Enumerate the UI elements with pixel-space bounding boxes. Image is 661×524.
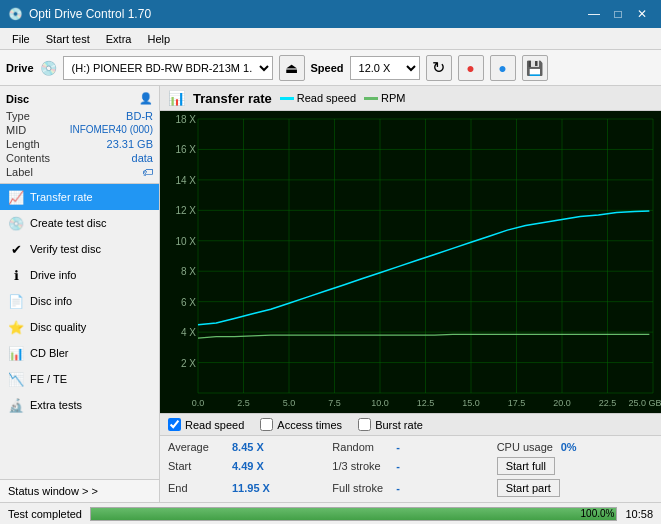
- start-value: 4.49 X: [232, 460, 272, 472]
- read-speed-checkbox-label[interactable]: Read speed: [168, 418, 244, 431]
- drive-info-icon: ℹ: [8, 267, 24, 283]
- contents-label: Contents: [6, 152, 50, 164]
- maximize-button[interactable]: □: [607, 3, 629, 25]
- cpu-label: CPU usage: [497, 441, 557, 453]
- menu-help[interactable]: Help: [139, 28, 178, 49]
- access-times-checkbox-label[interactable]: Access times: [260, 418, 342, 431]
- disc-info-icon: 📄: [8, 293, 24, 309]
- nav-extra-tests[interactable]: 🔬 Extra tests: [0, 392, 159, 418]
- btn-blue[interactable]: ●: [490, 55, 516, 81]
- full-stroke-label: Full stroke: [332, 482, 392, 494]
- minimize-button[interactable]: —: [583, 3, 605, 25]
- transfer-rate-icon: 📈: [8, 189, 24, 205]
- nav-verify-test-disc[interactable]: ✔ Verify test disc: [0, 236, 159, 262]
- nav-fe-te-label: FE / TE: [30, 373, 67, 385]
- random-value: -: [396, 441, 436, 453]
- label-label: Label: [6, 166, 33, 178]
- chart-area: 📊 Transfer rate Read speed RPM Read spee…: [160, 86, 661, 502]
- drive-label: Drive: [6, 62, 34, 74]
- disc-label-row: Label 🏷: [4, 165, 155, 179]
- read-speed-checkbox[interactable]: [168, 418, 181, 431]
- legend-read-speed-color: [280, 97, 294, 100]
- status-window-button[interactable]: Status window > >: [0, 479, 159, 502]
- disc-quality-icon: ⭐: [8, 319, 24, 335]
- type-label: Type: [6, 110, 30, 122]
- menu-start-test[interactable]: Start test: [38, 28, 98, 49]
- chart-title: Transfer rate: [193, 91, 272, 106]
- contents-value: data: [132, 152, 153, 164]
- legend-rpm: RPM: [364, 92, 405, 104]
- eject-button[interactable]: ⏏: [279, 55, 305, 81]
- refresh-button[interactable]: ↻: [426, 55, 452, 81]
- stat-1-3-stroke-row: 1/3 stroke -: [332, 456, 488, 476]
- type-value: BD-R: [126, 110, 153, 122]
- legend-rpm-label: RPM: [381, 92, 405, 104]
- start-full-button[interactable]: Start full: [497, 457, 555, 475]
- length-value: 23.31 GB: [107, 138, 153, 150]
- title-text: Opti Drive Control 1.70: [29, 7, 151, 21]
- nav-drive-info[interactable]: ℹ Drive info: [0, 262, 159, 288]
- menu-extra[interactable]: Extra: [98, 28, 140, 49]
- status-text: Test completed: [4, 508, 86, 520]
- average-value: 8.45 X: [232, 441, 272, 453]
- average-label: Average: [168, 441, 228, 453]
- disc-icon: 👤: [139, 92, 153, 105]
- nav-fe-te[interactable]: 📉 FE / TE: [0, 366, 159, 392]
- disc-section: Disc 👤 Type BD-R MID INFOMER40 (000) Len…: [0, 86, 159, 184]
- nav-create-test-disc[interactable]: 💿 Create test disc: [0, 210, 159, 236]
- drive-icon: 💿: [40, 60, 57, 76]
- start-label: Start: [168, 460, 228, 472]
- read-speed-label: Read speed: [185, 419, 244, 431]
- speed-select[interactable]: 12.0 X Max 4.0 X 8.0 X: [350, 56, 420, 80]
- stroke-1-3-value: -: [396, 460, 436, 472]
- nav-disc-quality-label: Disc quality: [30, 321, 86, 333]
- disc-type-row: Type BD-R: [4, 109, 155, 123]
- speed-label: Speed: [311, 62, 344, 74]
- stat-cpu-row: CPU usage 0%: [497, 440, 653, 454]
- burst-rate-checkbox[interactable]: [358, 418, 371, 431]
- status-window-label: Status window > >: [8, 485, 98, 497]
- drive-select[interactable]: (H:) PIONEER BD-RW BDR-213M 1.03: [63, 56, 273, 80]
- btn-save[interactable]: 💾: [522, 55, 548, 81]
- nav-disc-info-label: Disc info: [30, 295, 72, 307]
- menu-file[interactable]: File: [4, 28, 38, 49]
- burst-rate-checkbox-label[interactable]: Burst rate: [358, 418, 423, 431]
- statusbar: Test completed 100.0% 10:58: [0, 502, 661, 524]
- app-title: 💿 Opti Drive Control 1.70: [8, 7, 151, 21]
- menubar: File Start test Extra Help: [0, 28, 661, 50]
- end-value: 11.95 X: [232, 482, 272, 494]
- nav-create-test-disc-label: Create test disc: [30, 217, 106, 229]
- chart-canvas: [160, 111, 661, 413]
- disc-mid-row: MID INFOMER40 (000): [4, 123, 155, 137]
- stat-full-stroke-row: Full stroke -: [332, 478, 488, 498]
- btn-red[interactable]: ●: [458, 55, 484, 81]
- transfer-rate-chart: [160, 111, 661, 413]
- nav-disc-info[interactable]: 📄 Disc info: [0, 288, 159, 314]
- window-controls: — □ ✕: [583, 3, 653, 25]
- time-display: 10:58: [621, 508, 657, 520]
- nav-cd-bler[interactable]: 📊 CD Bler: [0, 340, 159, 366]
- close-button[interactable]: ✕: [631, 3, 653, 25]
- disc-contents-row: Contents data: [4, 151, 155, 165]
- chart-stats: Average 8.45 X Random - CPU usage 0% Sta…: [160, 435, 661, 502]
- random-label: Random: [332, 441, 392, 453]
- cpu-value: 0%: [561, 441, 601, 453]
- fe-te-icon: 📉: [8, 371, 24, 387]
- nav-verify-test-disc-label: Verify test disc: [30, 243, 101, 255]
- stat-random-row: Random -: [332, 440, 488, 454]
- toolbar: Drive 💿 (H:) PIONEER BD-RW BDR-213M 1.03…: [0, 50, 661, 86]
- verify-test-disc-icon: ✔: [8, 241, 24, 257]
- stat-end-row: End 11.95 X: [168, 478, 324, 498]
- nav-extra-tests-label: Extra tests: [30, 399, 82, 411]
- extra-tests-icon: 🔬: [8, 397, 24, 413]
- nav-drive-info-label: Drive info: [30, 269, 76, 281]
- main-area: Disc 👤 Type BD-R MID INFOMER40 (000) Len…: [0, 86, 661, 502]
- progress-bar-wrap: 100.0%: [90, 507, 617, 521]
- app-icon: 💿: [8, 7, 23, 21]
- nav-transfer-rate[interactable]: 📈 Transfer rate: [0, 184, 159, 210]
- progress-bar: [91, 508, 616, 520]
- access-times-checkbox[interactable]: [260, 418, 273, 431]
- start-part-button[interactable]: Start part: [497, 479, 560, 497]
- stat-start-full-row: Start full: [497, 456, 653, 476]
- nav-disc-quality[interactable]: ⭐ Disc quality: [0, 314, 159, 340]
